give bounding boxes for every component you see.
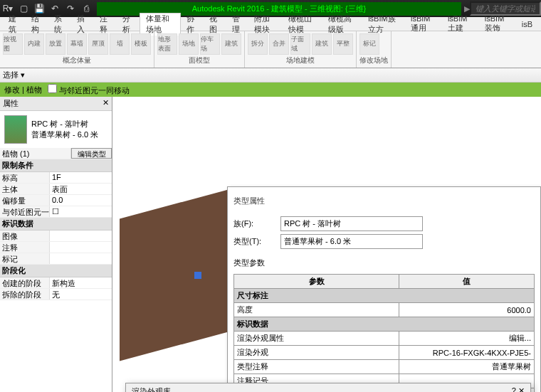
props-section-identity: 标识数据 [0, 218, 112, 231]
prop-value[interactable] [50, 242, 112, 253]
prop-label: 图像 [0, 231, 50, 241]
prop-label: 主体 [0, 184, 50, 194]
prop-value[interactable]: ☐ [50, 206, 112, 217]
prop-value[interactable]: 表面 [50, 184, 112, 194]
tab-isBIM装饰[interactable]: isBIM装饰 [479, 14, 516, 33]
ribbon-tabs: 建筑结构系统插入注释分析体量和场地协作视图管理附加模块橄榄山快模橄榄高级版isB… [0, 17, 541, 31]
type-name: 普通苹果树 - 6.0 米 [31, 129, 98, 140]
properties-panel: 属性 ✕ RPC 树 - 落叶树 普通苹果树 - 6.0 米 植物 (1) 编辑… [0, 97, 112, 392]
prop-value[interactable]: 1F [50, 172, 112, 183]
prop-label: 与邻近图元一同... [0, 206, 50, 217]
type-params-label: 类型参数 [233, 258, 535, 268]
param-name: 高度 [234, 303, 399, 317]
param-section: 尺寸标注 [234, 289, 535, 303]
prop-value[interactable]: 0.0 [50, 195, 112, 206]
prop-value[interactable] [50, 231, 112, 241]
param-name: 类型注释 [234, 360, 399, 374]
ribbon-group-label: 面模型 [157, 55, 241, 66]
param-value[interactable]: RPC-16-FXGK-4KXX-PJE5- [399, 346, 535, 360]
prop-value[interactable]: 新构造 [50, 277, 112, 288]
modify-context-label: 修改 | 植物 [4, 85, 42, 95]
dialog-title: 类型属性 [233, 193, 535, 213]
ribbon-拆分表面[interactable]: 拆分 [248, 33, 268, 55]
ribbon-场地构件[interactable]: 场地 [179, 33, 199, 55]
ribbon-墙[interactable]: 墙 [110, 33, 130, 55]
tab-isBIM土建[interactable]: isBIM土建 [442, 14, 479, 33]
close-icon[interactable]: ✕ [518, 386, 525, 392]
type-label: 类型(T): [233, 236, 276, 247]
ribbon-内建体量[interactable]: 内建 [24, 33, 44, 55]
param-section: 标识数据 [234, 317, 535, 332]
render-lib-title: 渲染外观库 [132, 386, 171, 392]
family-thumbnail [4, 115, 27, 144]
prop-value[interactable]: 无 [50, 289, 112, 300]
properties-title: 属性 [3, 98, 19, 109]
tab-isB[interactable]: isB [516, 20, 538, 28]
ribbon-建筑红线[interactable]: 建筑 [312, 33, 332, 55]
selected-element-grip[interactable] [194, 272, 201, 279]
prop-value[interactable] [50, 253, 112, 264]
ribbon-group-label: 场地建模 [248, 55, 353, 66]
param-value[interactable]: 普通苹果树 [399, 360, 535, 374]
ribbon-建筑地坪[interactable]: 建筑 [221, 33, 241, 55]
ribbon-楼板[interactable]: 楼板 [131, 33, 151, 55]
ribbon-平整区域[interactable]: 平整 [333, 33, 353, 55]
type-combo[interactable]: 普通苹果树 - 6.0 米 [280, 234, 423, 249]
ribbon-屋顶[interactable]: 屋顶 [88, 33, 108, 55]
ribbon-地形表面[interactable]: 地形表面 [157, 33, 177, 55]
type-properties-dialog: 类型属性 族(F): RPC 树 - 落叶树 类型(T): 普通苹果树 - 6.… [227, 186, 541, 392]
family-name: RPC 树 - 落叶树 [31, 119, 98, 129]
param-value[interactable]: 6000.0 [399, 303, 535, 317]
ribbon-合并表面[interactable]: 合并 [269, 33, 289, 55]
tab-isBIM通用[interactable]: isBIM通用 [405, 14, 442, 33]
help-icon[interactable]: ? [512, 386, 516, 392]
prop-label: 创建的阶段 [0, 277, 50, 288]
family-label: 族(F): [233, 218, 276, 229]
terrain-surface [120, 189, 233, 361]
edit-type-button[interactable]: 编辑类型 [71, 148, 112, 159]
render-appearance-library-dialog: 渲染外观库 ? ✕ 🔍 类别: 〈全部〉 ⟳ ☰ ▦ ◫ [125, 383, 531, 392]
move-with-neighbors-checkbox[interactable]: 与邻近图元一同移动 [48, 84, 130, 96]
prop-label: 拆除的阶段 [0, 289, 50, 300]
ribbon: 按视图内建放置幕墙屋顶墙楼板概念体量地形表面场地停车场建筑面模型拆分合并子面域建… [0, 31, 541, 68]
select-label[interactable]: 选择 ▾ [3, 70, 25, 80]
ribbon-group-label: 修改场地 [359, 55, 388, 66]
close-icon[interactable]: ✕ [103, 98, 109, 109]
props-section-constraints: 限制条件 [0, 159, 112, 172]
ribbon-标记等高线[interactable]: 标记 [359, 33, 379, 55]
param-name: 渲染外观 [234, 346, 399, 360]
ribbon-group-label: 概念体量 [3, 55, 151, 66]
ribbon-停车场构件[interactable]: 停车场 [200, 33, 220, 55]
type-params-table: 参数值 尺寸标注高度6000.0标识数据渲染外观属性编辑...渲染外观RPC-1… [233, 274, 535, 392]
instance-selector[interactable]: 植物 (1) [0, 148, 71, 159]
param-name: 渲染外观属性 [234, 332, 399, 346]
value-header: 值 [399, 275, 535, 289]
ribbon-按视图设置显示体量[interactable]: 按视图 [3, 33, 23, 55]
param-header: 参数 [234, 275, 399, 289]
props-section-phasing: 阶段化 [0, 265, 112, 277]
prop-label: 标记 [0, 253, 50, 264]
ribbon-放置体量[interactable]: 放置 [46, 33, 65, 55]
prop-label: 标高 [0, 172, 50, 183]
ribbon-幕墙系统[interactable]: 幕墙 [67, 33, 87, 55]
search-arrow-icon: ▶ [464, 4, 470, 14]
prop-label: 偏移量 [0, 195, 50, 206]
family-combo[interactable]: RPC 树 - 落叶树 [280, 216, 423, 231]
prop-label: 注释 [0, 242, 50, 253]
param-value[interactable]: 编辑... [399, 332, 535, 346]
help-search-input[interactable] [470, 1, 541, 16]
ribbon-子面域[interactable]: 子面域 [290, 33, 310, 55]
